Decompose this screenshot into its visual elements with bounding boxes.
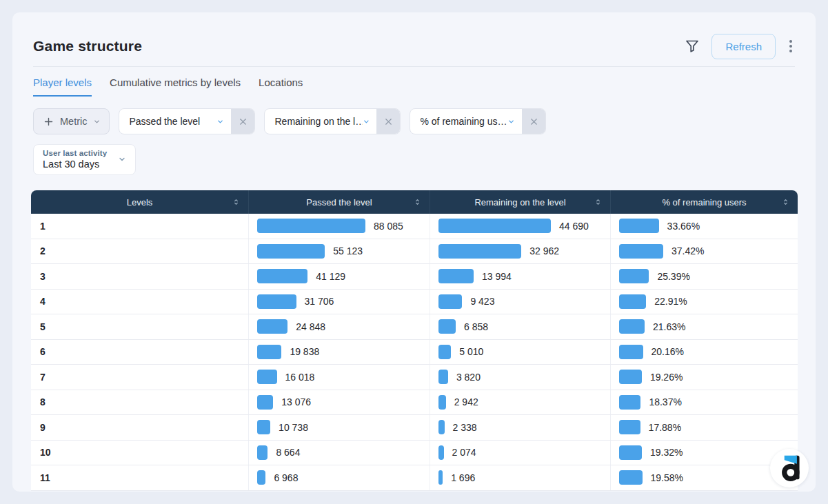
metric-chip-of-remaining-us[interactable]: % of remaining us… <box>410 108 546 134</box>
metric-cell: 2 074 <box>430 441 610 465</box>
metric-select[interactable]: Remaining on the l… <box>265 109 376 134</box>
metric-bar <box>619 395 640 410</box>
column-header-passed-the-level[interactable]: Passed the level <box>248 190 430 214</box>
metric-bar <box>438 470 443 485</box>
activity-filter-dropdown[interactable]: User last activity Last 30 days <box>33 144 136 175</box>
metric-bar <box>257 294 296 309</box>
table-header: LevelsPassed the levelRemaining on the l… <box>31 190 798 214</box>
metric-chip-label: % of remaining us… <box>420 116 507 127</box>
table-row: 188 08544 69033.66% <box>31 214 798 239</box>
metric-bar <box>619 420 640 434</box>
metric-cell: 44 690 <box>430 214 610 239</box>
column-header-remaining-on-the-level[interactable]: Remaining on the level <box>430 190 610 214</box>
chevron-down-icon <box>118 155 126 163</box>
table-row: 716 0183 82019.26% <box>31 365 798 390</box>
close-icon <box>383 117 394 127</box>
metric-cell: 32 962 <box>430 239 610 264</box>
metric-bar <box>438 244 521 259</box>
metric-cell: 17.88% <box>610 415 798 440</box>
table-row: 619 8385 01020.16% <box>31 340 798 365</box>
metric-value: 19.32% <box>650 447 683 458</box>
header-divider <box>33 66 795 67</box>
metric-bar <box>438 445 444 460</box>
metric-bar <box>438 319 456 334</box>
remove-metric-button[interactable] <box>231 109 254 134</box>
sort-icon[interactable] <box>413 198 422 207</box>
metric-bar <box>438 395 446 410</box>
tab-player-levels[interactable]: Player levels <box>33 77 92 97</box>
metric-cell: 21.63% <box>610 314 798 339</box>
metric-value: 13 076 <box>281 396 311 407</box>
metric-cell: 10 738 <box>248 415 430 440</box>
metric-bar <box>438 370 448 384</box>
metric-cell: 37.42% <box>610 239 798 264</box>
metric-cell: 13 994 <box>430 264 610 289</box>
metric-value: 18.37% <box>649 396 681 407</box>
tab-cumulative-metrics-by-levels[interactable]: Cumulative metrics by levels <box>110 77 241 97</box>
refresh-button[interactable]: Refresh <box>711 34 776 59</box>
metric-chips-row: Metric Passed the levelRemaining on the … <box>12 108 816 134</box>
sort-icon[interactable] <box>594 198 603 207</box>
kebab-menu-icon[interactable] <box>787 37 795 55</box>
metric-select[interactable]: % of remaining us… <box>410 109 522 134</box>
table-row: 431 7069 42322.91% <box>31 290 798 315</box>
tab-bar: Player levelsCumulative metrics by level… <box>12 77 816 97</box>
level-cell: 5 <box>31 314 248 339</box>
metric-value: 9 423 <box>470 296 494 307</box>
metric-bar <box>257 420 270 434</box>
remove-metric-button[interactable] <box>376 109 400 134</box>
metric-value: 2 942 <box>454 396 478 407</box>
chevron-down-icon <box>93 118 101 125</box>
add-metric-button[interactable]: Metric <box>33 108 110 134</box>
column-header-label: Remaining on the level <box>474 197 565 208</box>
metric-value: 88 085 <box>374 221 403 232</box>
metric-value: 5 010 <box>459 346 483 357</box>
metric-value: 19.26% <box>650 372 683 383</box>
sort-icon[interactable] <box>781 198 790 207</box>
metric-chip-remaining-on-the-l[interactable]: Remaining on the l… <box>264 108 401 134</box>
metric-bar <box>619 345 643 359</box>
column-header-of-remaining-users[interactable]: % of remaining users <box>610 190 798 214</box>
metric-cell: 1 696 <box>430 465 610 490</box>
devtodev-logo <box>770 449 809 487</box>
metric-bar <box>257 244 325 259</box>
metric-bar <box>619 269 649 283</box>
metric-cell: 5 010 <box>430 340 610 365</box>
sort-icon[interactable] <box>232 198 241 207</box>
level-cell: 2 <box>31 239 248 264</box>
chevron-down-icon <box>216 118 224 125</box>
metric-cell: 2 942 <box>430 390 610 415</box>
metric-cell: 8 664 <box>248 441 430 465</box>
metric-value: 55 123 <box>333 245 363 256</box>
metric-bar <box>257 445 267 460</box>
metric-bar <box>438 420 445 434</box>
table-row: 813 0762 94218.37% <box>31 390 798 416</box>
table-row: 341 12913 99425.39% <box>31 264 798 290</box>
remove-metric-button[interactable] <box>522 109 545 134</box>
metric-value: 1 696 <box>451 472 475 483</box>
column-header-levels[interactable]: Levels <box>31 190 248 214</box>
metric-chip-passed-the-level[interactable]: Passed the level <box>119 108 255 134</box>
metric-cell: 19 838 <box>248 340 430 365</box>
header-actions: Refresh <box>684 34 795 59</box>
metric-value: 25.39% <box>657 271 689 282</box>
metric-bar <box>257 395 273 410</box>
metric-value: 24 848 <box>296 321 325 332</box>
metric-value: 19 838 <box>290 346 319 357</box>
metric-cell: 9 423 <box>430 290 610 314</box>
level-cell: 3 <box>31 264 248 289</box>
metric-value: 6 968 <box>274 472 298 483</box>
tab-locations[interactable]: Locations <box>259 77 303 97</box>
metric-bar <box>257 269 307 283</box>
chevron-down-icon <box>363 118 370 125</box>
metric-value: 19.58% <box>651 472 683 483</box>
metric-select[interactable]: Passed the level <box>119 109 231 134</box>
metric-bar <box>257 345 281 359</box>
devtodev-d-icon <box>776 453 803 483</box>
metric-bar <box>619 294 646 309</box>
filter-icon[interactable] <box>684 38 700 54</box>
level-cell: 1 <box>31 214 248 239</box>
metric-value: 10 738 <box>279 422 308 433</box>
metric-cell: 25.39% <box>610 264 798 289</box>
metric-value: 37.42% <box>672 245 704 256</box>
